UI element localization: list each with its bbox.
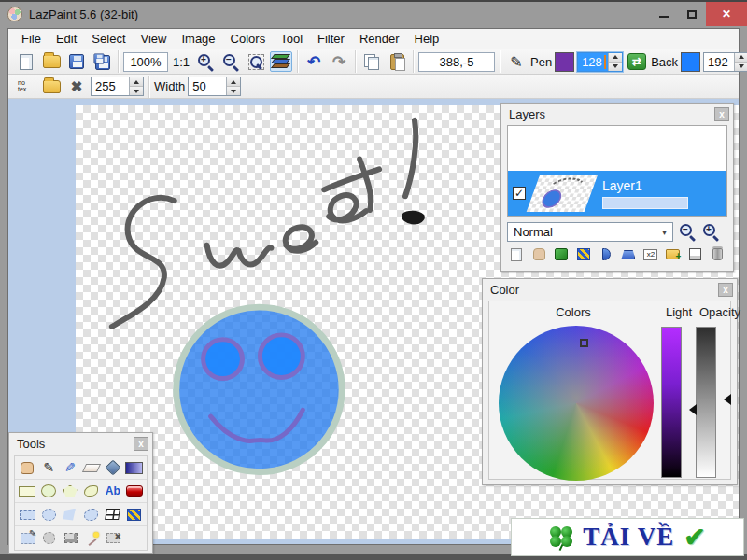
tool-pan[interactable] <box>17 458 38 478</box>
layer-name[interactable]: Layer1 <box>602 178 688 193</box>
maximize-button[interactable] <box>678 4 706 24</box>
texture-opacity-spinner[interactable]: 255 <box>91 77 144 96</box>
layer-row[interactable]: ✓ Layer1 <box>508 171 726 216</box>
color-wheel-marker[interactable] <box>580 339 588 347</box>
tool-curve[interactable] <box>80 482 102 501</box>
pen-alpha-down[interactable] <box>609 63 622 71</box>
undo-button[interactable]: ↶ <box>303 51 325 72</box>
tool-rectangle[interactable] <box>17 482 38 501</box>
blend-mode-select[interactable]: Normal ▾ <box>507 222 673 242</box>
pen-width-spinner[interactable]: 50 <box>188 77 241 96</box>
delete-layer-button[interactable] <box>710 247 726 261</box>
main-toolbar: 100% 1:1 + − ↶ ↷ 388,-5 ✎ Pen <box>8 49 739 75</box>
tool-deformation[interactable] <box>123 482 145 501</box>
tool-select-rect[interactable] <box>17 505 38 525</box>
menu-select[interactable]: Select <box>84 30 133 48</box>
zoom-value-box[interactable]: 100% <box>123 52 168 72</box>
back-alpha-down[interactable] <box>735 63 747 71</box>
menu-image[interactable]: Image <box>174 30 222 48</box>
save-as-button[interactable] <box>91 51 113 72</box>
remove-texture-button[interactable]: ✖ <box>65 77 88 97</box>
swap-colors-button[interactable]: ⇄ <box>626 51 648 72</box>
tool-eraser[interactable] <box>80 458 102 478</box>
texture-layer-button[interactable] <box>576 247 592 261</box>
layers-panel-titlebar[interactable]: Layers x <box>501 104 733 124</box>
layer-opacity-slider[interactable] <box>602 197 688 209</box>
opacity-slider[interactable] <box>696 327 716 478</box>
tool-deformation-grid[interactable] <box>102 505 123 525</box>
tool-select-polygon[interactable] <box>60 505 81 525</box>
load-texture-button[interactable] <box>40 77 63 97</box>
menu-view[interactable]: View <box>134 30 175 48</box>
tool-select-pen[interactable] <box>17 528 38 548</box>
redo-button[interactable]: ↷ <box>328 51 350 72</box>
layers-panel-close-button[interactable]: x <box>714 107 729 121</box>
pen-alpha-up[interactable] <box>609 53 622 63</box>
new-image-button[interactable] <box>15 51 37 72</box>
tool-texture-mapping[interactable] <box>123 505 145 525</box>
texture-opacity-up[interactable] <box>130 77 143 87</box>
color-wheel[interactable] <box>499 326 654 481</box>
no-texture-button[interactable]: no tex <box>15 77 37 97</box>
tool-floodfill[interactable] <box>102 458 123 478</box>
layer-visible-checkbox[interactable]: ✓ <box>513 187 526 200</box>
menu-colors[interactable]: Colors <box>223 30 274 48</box>
menu-render[interactable]: Render <box>352 30 407 48</box>
tool-rotate-selection[interactable] <box>38 528 60 548</box>
back-alpha-spinner[interactable]: 192 <box>703 52 747 72</box>
minimize-button[interactable] <box>650 4 678 24</box>
menu-tool[interactable]: Tool <box>273 30 310 48</box>
layer-from-file-button[interactable] <box>665 247 681 261</box>
tools-panel-titlebar[interactable]: Tools x <box>9 433 152 454</box>
zoom-fit-button[interactable] <box>245 51 267 72</box>
back-color-swatch[interactable] <box>681 52 700 72</box>
tool-text[interactable]: Ab <box>102 482 123 501</box>
copy-button[interactable] <box>360 51 383 72</box>
layers-zoom-out-button[interactable]: − <box>678 221 697 242</box>
menu-filter[interactable]: Filter <box>310 30 352 48</box>
opacity-slider-marker[interactable] <box>718 394 731 405</box>
back-alpha-up[interactable] <box>735 53 747 63</box>
delete-x-icon: ✖ <box>71 78 83 95</box>
tool-move-selection[interactable] <box>60 528 81 548</box>
tool-magic-wand[interactable] <box>81 528 103 548</box>
zoom-in-button[interactable]: + <box>194 51 217 72</box>
color-panel-titlebar[interactable]: Color x <box>483 279 737 300</box>
tool-select-ellipse[interactable] <box>38 505 60 525</box>
flip-layer-button[interactable] <box>554 247 570 261</box>
pen-width-down[interactable] <box>227 87 240 95</box>
tool-pen[interactable]: ✎ <box>38 458 60 478</box>
add-layer-button[interactable] <box>509 247 525 261</box>
pen-alpha-spinner[interactable]: 128 <box>577 52 623 72</box>
tool-polygon[interactable] <box>60 482 81 501</box>
tool-gradient[interactable] <box>123 458 145 478</box>
zoom-original-button[interactable]: 1:1 <box>171 51 191 72</box>
tools-panel-close-button[interactable]: x <box>134 437 148 451</box>
layers-zoom-in-button[interactable]: + <box>701 221 720 242</box>
pen-width-up[interactable] <box>227 77 240 87</box>
open-button[interactable] <box>40 51 63 72</box>
save-button[interactable] <box>65 51 88 72</box>
rotate-layer-button[interactable] <box>599 247 614 261</box>
resample-layer-button[interactable]: x2 <box>642 247 658 261</box>
tool-select-freehand[interactable] <box>80 505 102 525</box>
color-panel-close-button[interactable]: x <box>718 283 733 297</box>
menu-file[interactable]: File <box>14 30 49 48</box>
merge-layer-button[interactable] <box>687 247 703 261</box>
menu-edit[interactable]: Edit <box>49 30 84 48</box>
tool-colorpicker[interactable]: ✎ <box>60 458 81 478</box>
light-slider[interactable] <box>661 327 682 478</box>
light-slider-marker[interactable] <box>684 404 697 415</box>
zoom-out-button[interactable]: − <box>219 51 242 72</box>
paste-button[interactable] <box>386 51 408 72</box>
menu-help[interactable]: Help <box>407 30 447 48</box>
tool-ellipse[interactable] <box>38 482 60 501</box>
close-button[interactable]: ✕ <box>706 2 747 26</box>
move-layer-button[interactable] <box>531 247 547 261</box>
tool-deselect[interactable] <box>103 528 124 548</box>
pen-color-swatch[interactable] <box>555 52 574 72</box>
perspective-layer-button[interactable] <box>621 247 637 261</box>
layers-toggle-button[interactable] <box>270 51 292 72</box>
texture-opacity-down[interactable] <box>130 87 143 95</box>
pen-tool-button[interactable]: ✎ <box>505 51 528 72</box>
